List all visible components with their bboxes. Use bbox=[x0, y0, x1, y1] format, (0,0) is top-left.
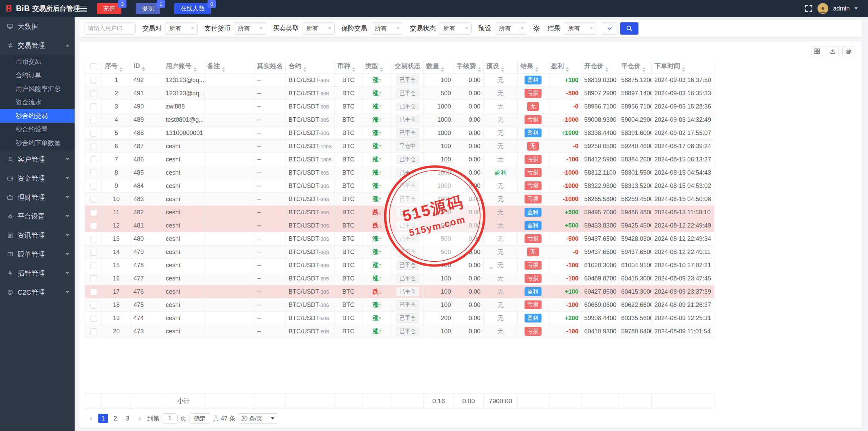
row-checkbox[interactable] bbox=[90, 302, 97, 309]
sidebar-item[interactable]: 交易管理 bbox=[0, 36, 75, 55]
filter-select-1[interactable]: 所有 bbox=[234, 22, 266, 35]
sort-caret-icon[interactable] bbox=[441, 67, 444, 72]
row-checkbox[interactable] bbox=[90, 183, 97, 190]
sidebar-item[interactable]: 大数据 bbox=[0, 17, 75, 36]
column-header-qty[interactable]: 数量 bbox=[423, 60, 454, 74]
sidebar-item[interactable]: 客户管理 bbox=[0, 150, 75, 169]
column-header-status[interactable]: 交易状态 bbox=[392, 60, 423, 74]
filter-select-3[interactable]: 所有 bbox=[371, 22, 403, 35]
row-checkbox[interactable] bbox=[90, 222, 97, 229]
sidebar-item[interactable]: 跟单管理 bbox=[0, 245, 75, 264]
row-checkbox[interactable] bbox=[90, 236, 97, 242]
sidebar-subitem[interactable]: 秒合约设置 bbox=[0, 123, 75, 136]
filter-select-5[interactable]: 所有 bbox=[495, 22, 527, 35]
sort-caret-icon[interactable] bbox=[352, 67, 355, 72]
online-users-button[interactable]: 在线人数0 bbox=[174, 3, 211, 14]
sidebar-subitem[interactable]: 合约订单 bbox=[0, 68, 75, 82]
row-checkbox[interactable] bbox=[90, 170, 97, 176]
filter-select-2[interactable]: 所有 bbox=[302, 22, 335, 35]
row-checkbox[interactable] bbox=[90, 209, 97, 216]
sort-caret-icon[interactable] bbox=[193, 67, 197, 72]
row-checkbox[interactable] bbox=[90, 117, 97, 123]
sort-caret-icon[interactable] bbox=[566, 67, 569, 72]
withdraw-button[interactable]: 提现1 bbox=[136, 3, 160, 14]
prev-page-button[interactable]: ‹ bbox=[86, 414, 96, 423]
sort-caret-icon[interactable] bbox=[605, 67, 609, 72]
row-checkbox[interactable] bbox=[90, 130, 97, 137]
select-all-header[interactable] bbox=[85, 60, 102, 74]
row-checkbox[interactable] bbox=[90, 143, 97, 150]
page-button-3[interactable]: 3 bbox=[123, 414, 132, 423]
user-id-input[interactable] bbox=[84, 22, 136, 35]
sidebar-item[interactable]: C2C管理 bbox=[0, 283, 75, 302]
column-header-profit[interactable]: 盈利 bbox=[548, 60, 581, 74]
sort-caret-icon[interactable] bbox=[119, 67, 123, 72]
column-header-trend[interactable]: 类型 bbox=[362, 60, 392, 74]
fullscreen-icon[interactable] bbox=[805, 4, 813, 13]
sort-caret-icon[interactable] bbox=[222, 67, 225, 72]
row-checkbox[interactable] bbox=[90, 196, 97, 203]
column-header-contract[interactable]: 合约 bbox=[286, 60, 335, 74]
row-checkbox[interactable] bbox=[90, 275, 97, 282]
sidebar-item[interactable]: 插针管理 bbox=[0, 264, 75, 283]
user-name[interactable]: admin bbox=[833, 5, 850, 12]
column-header-remark[interactable]: 备注 bbox=[204, 60, 254, 74]
sidebar-subitem[interactable]: 秒合约下单数量 bbox=[0, 136, 75, 150]
column-header-account[interactable]: 用户账号 bbox=[163, 60, 204, 74]
sidebar-item[interactable]: 资金管理 bbox=[0, 169, 75, 188]
page-size-select[interactable]: 20 条/页 bbox=[238, 413, 277, 424]
column-header-realname[interactable]: 真实姓名 bbox=[254, 60, 286, 74]
sort-caret-icon[interactable] bbox=[501, 67, 504, 72]
avatar[interactable] bbox=[817, 3, 828, 14]
sort-caret-icon[interactable] bbox=[142, 67, 145, 72]
row-checkbox[interactable] bbox=[90, 156, 97, 163]
column-header-fee[interactable]: 手续费 bbox=[454, 60, 484, 74]
column-header-idx[interactable]: 序号 bbox=[102, 60, 131, 74]
print-button[interactable] bbox=[842, 46, 854, 56]
search-button[interactable] bbox=[620, 22, 638, 35]
sidebar-subitem[interactable]: 秒合约交易 bbox=[0, 109, 75, 123]
row-checkbox[interactable] bbox=[90, 90, 97, 97]
row-checkbox[interactable] bbox=[90, 77, 97, 84]
sort-caret-icon[interactable] bbox=[478, 67, 481, 72]
row-checkbox[interactable] bbox=[90, 328, 97, 335]
row-checkbox[interactable] bbox=[90, 315, 97, 322]
column-header-open[interactable]: 开仓价 bbox=[581, 60, 618, 74]
sort-caret-icon[interactable] bbox=[303, 67, 307, 72]
row-checkbox[interactable] bbox=[90, 289, 97, 295]
settings-gear-icon[interactable] bbox=[532, 24, 541, 33]
sort-caret-icon[interactable] bbox=[284, 67, 286, 72]
export-button[interactable] bbox=[827, 46, 839, 56]
column-header-id[interactable]: ID bbox=[131, 60, 163, 74]
recharge-button[interactable]: 充值3 bbox=[97, 3, 121, 14]
sidebar-item[interactable]: 理财管理 bbox=[0, 188, 75, 207]
sidebar-item[interactable]: 资讯管理 bbox=[0, 226, 75, 245]
page-button-2[interactable]: 2 bbox=[111, 414, 120, 423]
row-checkbox[interactable] bbox=[90, 249, 97, 256]
sidebar-subitem[interactable]: 币币交易 bbox=[0, 55, 75, 68]
filter-select-0[interactable]: 所有 bbox=[165, 22, 198, 35]
select-all-checkbox[interactable] bbox=[90, 63, 97, 70]
logo[interactable]: BiB 交易所后台管理 bbox=[0, 4, 75, 13]
column-display-button[interactable] bbox=[811, 46, 823, 56]
column-header-close[interactable]: 平仓价 bbox=[618, 60, 652, 74]
row-checkbox[interactable] bbox=[90, 103, 97, 110]
goto-page-input[interactable] bbox=[162, 413, 178, 424]
filter-select-4[interactable]: 所有 bbox=[439, 22, 472, 35]
filter-select-6[interactable]: 所有 bbox=[564, 22, 596, 35]
sort-caret-icon[interactable] bbox=[535, 67, 538, 72]
sort-caret-icon[interactable] bbox=[422, 67, 423, 72]
column-header-coin[interactable]: 币种 bbox=[335, 60, 362, 74]
sort-caret-icon[interactable] bbox=[682, 67, 685, 72]
column-header-preset[interactable]: 预设 bbox=[484, 60, 518, 74]
sort-caret-icon[interactable] bbox=[642, 67, 646, 72]
sidebar-subitem[interactable]: 资金流水 bbox=[0, 96, 75, 109]
column-header-result[interactable]: 结果 bbox=[518, 60, 548, 74]
sidebar-item[interactable]: 平台设置 bbox=[0, 207, 75, 226]
chevron-down-icon[interactable] bbox=[854, 7, 858, 9]
confirm-button[interactable]: 确定 bbox=[189, 413, 210, 424]
next-page-button[interactable]: › bbox=[135, 414, 144, 423]
sort-caret-icon[interactable] bbox=[380, 67, 383, 72]
dropdown-toggle-button[interactable] bbox=[602, 22, 617, 35]
page-button-1[interactable]: 1 bbox=[98, 414, 108, 423]
